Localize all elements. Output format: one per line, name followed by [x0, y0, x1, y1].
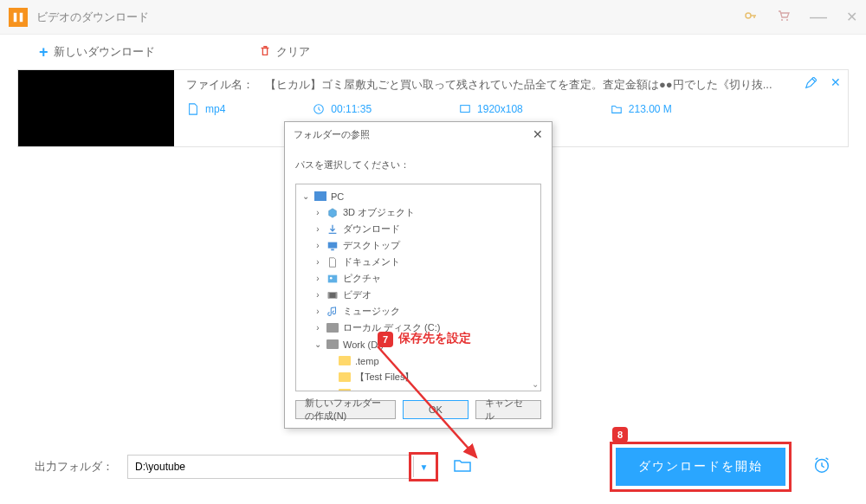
svg-point-10: [330, 276, 333, 279]
cart-icon[interactable]: [777, 9, 791, 26]
scroll-down-icon[interactable]: ⌄: [532, 379, 539, 389]
cancel-button[interactable]: キャンセル: [475, 400, 541, 419]
annotation-badge-7: 7: [378, 332, 393, 347]
annotation-frame-download: 8 ダウンロードを開始: [610, 442, 792, 492]
svg-rect-6: [461, 106, 470, 113]
bottom-bar: 出力フォルダ： ▼ 8 ダウンロードを開始: [0, 447, 866, 487]
tree-3d-objects[interactable]: ›3D オブジェクト: [296, 204, 540, 221]
schedule-icon[interactable]: [812, 456, 831, 479]
clock-icon: [312, 103, 326, 115]
tree-2345downloads[interactable]: 2345Downloads: [296, 385, 540, 391]
minimize-button[interactable]: —: [810, 7, 827, 27]
plus-icon: +: [39, 43, 48, 61]
duration-text: 00:11:35: [331, 103, 372, 115]
tree-music[interactable]: ›ミュージック: [296, 303, 540, 320]
format-text: mp4: [205, 103, 225, 115]
tree-videos[interactable]: ›ビデオ: [296, 287, 540, 303]
item-close-icon[interactable]: ✕: [830, 75, 841, 89]
folder-browse-dialog: フォルダーの参照 ✕ パスを選択してください： ⌄PC ›3D オブジェクト ›…: [284, 121, 553, 429]
size-meta: 213.00 M: [610, 103, 672, 115]
annotation-label-7: 保存先を設定: [398, 331, 471, 346]
cube-icon: [326, 207, 339, 219]
tree-pc[interactable]: ⌄PC: [296, 188, 540, 204]
filename-text: 【ヒカル】ゴミ屋敷丸ごと買い取って残されていた品全てを査定。査定金額は●●円でし…: [265, 78, 772, 91]
video-icon: [326, 289, 339, 301]
dialog-title: フォルダーの参照: [294, 128, 370, 141]
format-meta: mp4: [186, 103, 225, 115]
clear-button[interactable]: クリア: [259, 44, 310, 60]
svg-point-3: [781, 19, 783, 21]
svg-rect-8: [331, 249, 334, 250]
svg-point-2: [746, 13, 751, 18]
resolution-text: 1920x108: [477, 103, 523, 115]
key-icon[interactable]: [744, 9, 758, 26]
filename-line: ファイル名： 【ヒカル】ゴミ屋敷丸ごと買い取って残されていた品全てを査定。査定金…: [186, 77, 836, 93]
resolution-icon: [458, 103, 472, 115]
document-icon: [326, 256, 339, 268]
tree-desktop[interactable]: ›デスクトップ: [296, 237, 540, 254]
picture-icon: [326, 273, 339, 285]
dialog-close-icon[interactable]: ✕: [533, 127, 543, 141]
tree-test-files[interactable]: 【Test Files】: [296, 369, 540, 385]
svg-rect-0: [14, 12, 17, 22]
new-download-label: 新しいダウンロード: [54, 44, 155, 60]
output-folder-input[interactable]: [127, 455, 411, 479]
folder-tree[interactable]: ⌄PC ›3D オブジェクト ›ダウンロード ›デスクトップ ›ドキュメント ›…: [295, 184, 541, 391]
annotation-frame-dropdown: ▼: [409, 452, 438, 481]
drive-icon: [326, 322, 339, 334]
start-download-button[interactable]: ダウンロードを開始: [616, 448, 785, 486]
file-prefix: ファイル名：: [186, 78, 265, 91]
folder-icon: [610, 103, 624, 115]
tree-temp[interactable]: .temp: [296, 352, 540, 369]
toolbar: + 新しいダウンロード クリア: [0, 35, 866, 69]
drive-icon: [326, 339, 339, 351]
music-icon: [326, 306, 339, 318]
desktop-icon: [326, 240, 339, 252]
tree-documents[interactable]: ›ドキュメント: [296, 254, 540, 270]
svg-rect-13: [336, 292, 338, 298]
window-title: ビデオのダウンロード: [36, 10, 149, 25]
svg-point-4: [786, 19, 788, 21]
output-folder-label: 出力フォルダ：: [35, 459, 113, 475]
edit-icon[interactable]: [805, 77, 817, 92]
file-icon: [186, 103, 200, 115]
close-button[interactable]: ✕: [846, 9, 857, 25]
duration-meta: 00:11:35: [312, 103, 372, 115]
svg-rect-7: [328, 242, 338, 248]
svg-rect-12: [328, 292, 330, 298]
ok-button[interactable]: OK: [403, 400, 469, 419]
app-logo-icon: [9, 8, 28, 27]
dialog-hint: パスを選択してください：: [295, 158, 541, 171]
new-download-button[interactable]: + 新しいダウンロード: [39, 43, 155, 61]
video-thumbnail: [18, 70, 174, 146]
browse-folder-icon[interactable]: [454, 458, 471, 476]
new-folder-button[interactable]: 新しいフォルダーの作成(N): [295, 400, 396, 419]
trash-icon: [259, 45, 271, 60]
download-icon: [326, 223, 339, 236]
svg-rect-9: [328, 275, 338, 282]
annotation-badge-8: 8: [612, 427, 628, 443]
clear-label: クリア: [276, 44, 310, 60]
svg-rect-1: [20, 12, 23, 22]
titlebar: ビデオのダウンロード — ✕: [0, 0, 866, 35]
tree-pictures[interactable]: ›ピクチャ: [296, 270, 540, 287]
resolution-meta: 1920x108: [458, 103, 523, 115]
size-text: 213.00 M: [629, 103, 672, 115]
tree-downloads[interactable]: ›ダウンロード: [296, 221, 540, 237]
output-dropdown-button[interactable]: ▼: [413, 456, 434, 477]
